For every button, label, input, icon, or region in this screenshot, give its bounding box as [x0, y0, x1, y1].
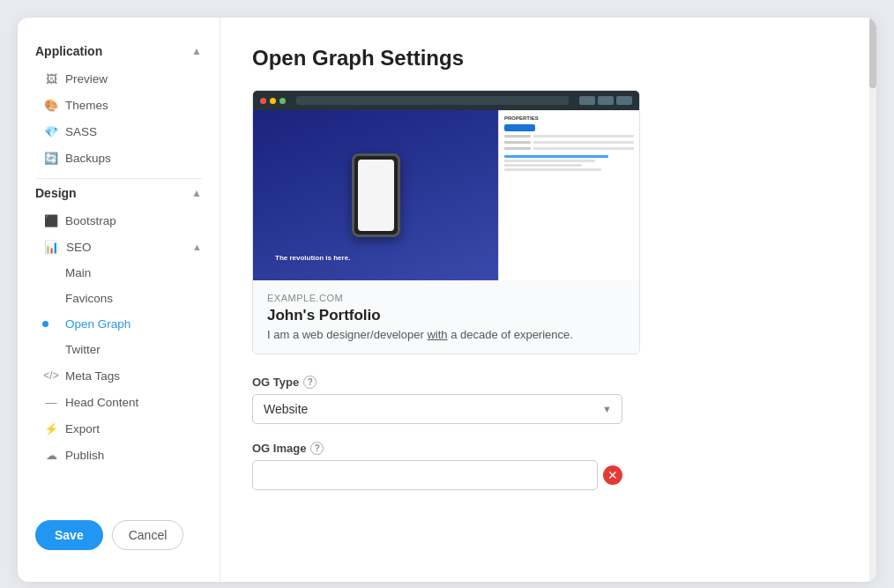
- sidebar-item-preview-label: Preview: [65, 72, 108, 86]
- preview-description: I am a web designer/developer with a dec…: [267, 328, 625, 341]
- preview-desc-text-3: a decade of experience.: [448, 328, 573, 341]
- preview-desc-text-1: I am a web designer/developer: [267, 328, 427, 341]
- panel-row-2: [504, 141, 634, 144]
- sass-icon: 💎: [44, 124, 58, 138]
- active-dot: [42, 321, 48, 327]
- dot-yellow: [270, 98, 276, 104]
- bootstrap-icon: ⬛: [44, 213, 58, 227]
- og-type-select[interactable]: Website Article Book Profile: [252, 394, 622, 424]
- og-image-label: OG Image ?: [252, 442, 622, 455]
- seo-submenu: Main Favicons Open Graph Twitter: [18, 260, 220, 362]
- app-container: Application ▲ 🖼 Preview 🎨 Themes 💎 SASS …: [18, 18, 876, 582]
- sidebar-item-sass[interactable]: 💎 SASS: [18, 118, 220, 145]
- page-item-3: [504, 168, 601, 171]
- sidebar-actions: Save Cancel: [18, 506, 220, 564]
- sidebar-item-backups-label: Backups: [65, 152, 111, 165]
- sidebar-item-meta-tags-label: Meta Tags: [65, 369, 120, 383]
- sidebar-item-preview[interactable]: 🖼 Preview: [18, 65, 220, 92]
- screenshot-headline: The revolution is here.: [275, 253, 350, 263]
- preview-url: EXAMPLE.COM: [267, 293, 625, 303]
- sidebar-item-main[interactable]: Main: [28, 260, 220, 286]
- sidebar-item-open-graph-label: Open Graph: [65, 317, 130, 331]
- og-image-label-text: OG Image: [252, 442, 306, 455]
- themes-icon: 🎨: [44, 98, 58, 112]
- export-icon: ⚡: [44, 421, 58, 435]
- screenshot-topbar: [253, 91, 639, 110]
- seo-icon: 📊: [44, 240, 59, 254]
- sidebar-item-publish-label: Publish: [65, 449, 104, 462]
- sidebar-item-open-graph[interactable]: Open Graph: [28, 311, 220, 337]
- toolbar-dots: [579, 96, 632, 105]
- og-image-input[interactable]: [252, 460, 598, 490]
- sidebar-item-seo[interactable]: 📊 SEO ▲: [18, 234, 220, 260]
- panel-label-3: [504, 147, 531, 150]
- seo-chevron-icon: ▲: [192, 242, 202, 252]
- main-content: Open Graph Settings: [220, 18, 876, 582]
- og-type-label: OG Type ?: [252, 376, 622, 389]
- scrollbar-thumb[interactable]: [869, 18, 876, 88]
- sidebar-item-themes-label: Themes: [65, 99, 108, 112]
- tb-btn2: [598, 96, 614, 105]
- page-item-active: [504, 155, 608, 158]
- preview-meta: EXAMPLE.COM John's Portfolio I am a web …: [253, 280, 639, 354]
- design-chevron-icon: ▲: [191, 187, 202, 199]
- og-image-clear-button[interactable]: ✕: [603, 465, 622, 485]
- screenshot-right-panel: PROPERTIES: [498, 110, 639, 280]
- sidebar: Application ▲ 🖼 Preview 🎨 Themes 💎 SASS …: [18, 18, 220, 582]
- og-type-help-icon[interactable]: ?: [303, 376, 317, 389]
- phone-screen: [358, 160, 394, 231]
- sidebar-item-favicons-label: Favicons: [65, 292, 113, 305]
- sidebar-separator-1: [35, 178, 202, 179]
- scrollbar-track[interactable]: [869, 18, 876, 582]
- screenshot-phone: [352, 153, 400, 237]
- preview-screenshot: The revolution is here. PROPERTIES: [253, 91, 639, 280]
- dot-green: [279, 98, 286, 104]
- sidebar-item-themes[interactable]: 🎨 Themes: [18, 92, 220, 118]
- og-image-help-icon[interactable]: ?: [310, 442, 324, 455]
- sidebar-item-twitter-label: Twitter: [65, 343, 101, 356]
- preview-desc-text-2: with: [427, 328, 447, 341]
- design-section[interactable]: Design ▲: [18, 186, 220, 207]
- address-bar: [296, 96, 569, 105]
- sidebar-item-bootstrap[interactable]: ⬛ Bootstrap: [18, 207, 220, 234]
- sidebar-item-main-label: Main: [65, 266, 91, 279]
- panel-label-2: [504, 141, 531, 144]
- save-button[interactable]: Save: [35, 520, 103, 550]
- application-chevron-icon: ▲: [191, 45, 202, 57]
- og-image-group: OG Image ? ✕: [252, 442, 622, 490]
- sidebar-item-head-content-label: Head Content: [65, 396, 138, 409]
- preview-icon: 🖼: [44, 71, 58, 86]
- panel-val-3: [533, 147, 634, 150]
- sidebar-item-sass-label: SASS: [65, 125, 97, 138]
- og-type-select-wrapper: Website Article Book Profile ▼: [252, 394, 622, 424]
- design-label: Design: [35, 186, 77, 200]
- sidebar-item-export-label: Export: [65, 422, 100, 435]
- og-type-label-text: OG Type: [252, 376, 299, 389]
- preview-card: The revolution is here. PROPERTIES: [252, 90, 640, 354]
- panel-blue-btn: [504, 124, 535, 131]
- panel-row-1: [504, 135, 634, 138]
- sidebar-item-export[interactable]: ⚡ Export: [18, 415, 220, 442]
- screenshot-blue-panel: The revolution is here.: [253, 110, 498, 280]
- panel-pages: [504, 155, 634, 171]
- tb-btn3: [616, 96, 632, 105]
- sidebar-item-favicons[interactable]: Favicons: [28, 286, 220, 311]
- sidebar-item-seo-label: SEO: [66, 241, 92, 254]
- og-image-input-row: ✕: [252, 460, 622, 490]
- panel-header: PROPERTIES: [504, 115, 634, 121]
- seo-left: 📊 SEO: [44, 240, 92, 254]
- panel-row-3: [504, 147, 634, 150]
- application-section[interactable]: Application ▲: [18, 44, 220, 65]
- sidebar-item-backups[interactable]: 🔄 Backups: [18, 145, 220, 171]
- backups-icon: 🔄: [44, 151, 58, 165]
- panel-label-1: [504, 135, 531, 138]
- publish-icon: ☁: [44, 448, 58, 462]
- sidebar-item-head-content[interactable]: — Head Content: [18, 389, 220, 415]
- sidebar-item-publish[interactable]: ☁ Publish: [18, 442, 220, 468]
- dot-red: [260, 98, 266, 104]
- og-type-group: OG Type ? Website Article Book Profile ▼: [252, 376, 622, 424]
- sidebar-item-twitter[interactable]: Twitter: [28, 337, 220, 362]
- sidebar-item-meta-tags[interactable]: </> Meta Tags: [18, 362, 220, 389]
- cancel-button[interactable]: Cancel: [112, 520, 184, 550]
- panel-val-2: [533, 141, 634, 144]
